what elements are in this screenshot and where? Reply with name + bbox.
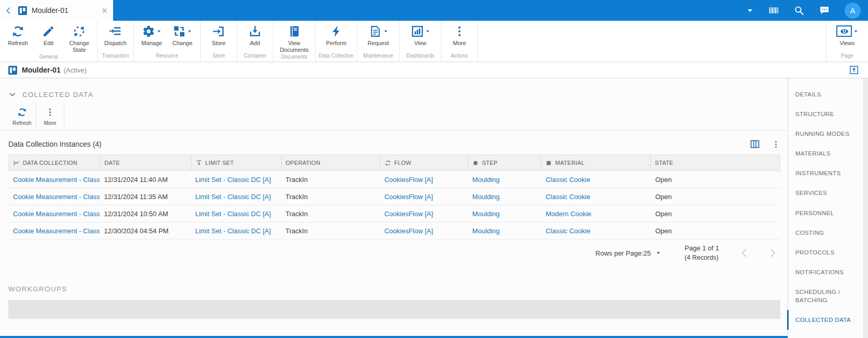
content-panel: COLLECTED DATA Refresh More Data Collect… (0, 78, 788, 338)
limit-set-link[interactable]: Limit Set - Classic DC [A] (190, 193, 281, 201)
sidebar-item-instruments[interactable]: INSTRUMENTS (787, 163, 863, 183)
flow-link[interactable]: CookiesFlow [A] (380, 193, 468, 201)
chat-icon[interactable] (819, 5, 830, 16)
refresh-button[interactable]: Refresh (8, 103, 36, 130)
pagination: Rows per Page:25 Page 1 of 1 (4 Records) (0, 240, 780, 266)
material-link[interactable]: Modern Cookie (541, 210, 651, 218)
ribbon-group-label: General (3, 53, 94, 63)
refresh-button[interactable]: Refresh (3, 24, 33, 47)
limit-set-link[interactable]: Limit Set - Classic DC [A] (190, 176, 281, 184)
view-dashboards-button[interactable]: View (402, 24, 438, 47)
add-button[interactable]: Add (240, 24, 270, 47)
collected-data-toolbar: Refresh More (0, 103, 788, 131)
data-collection-link[interactable]: Cookie Measurement - Classi (8, 193, 100, 201)
rows-per-page-select[interactable]: Rows per Page:25 (596, 249, 661, 257)
square-icon (545, 160, 552, 166)
main-area: COLLECTED DATA Refresh More Data Collect… (0, 78, 868, 338)
barcode-scanner-icon[interactable] (768, 5, 779, 16)
sidebar-item-notifications[interactable]: NOTIFICATIONS (787, 262, 863, 282)
column-header-step[interactable]: STEP (467, 155, 541, 171)
tab-moulder-01[interactable]: Moulder-01 (0, 0, 113, 21)
state-cell: Open (651, 227, 780, 235)
ribbon-group-actions: More Actions (442, 21, 478, 62)
section-title: COLLECTED DATA (22, 91, 93, 98)
ribbon-group-dashboards: View Dashboards (399, 21, 442, 62)
sidebar-item-services[interactable]: SERVICES (787, 183, 863, 203)
table-kebab-menu-icon[interactable] (771, 140, 780, 149)
avatar[interactable]: A (845, 3, 861, 19)
limit-set-link[interactable]: Limit Set - Classic DC [A] (190, 227, 281, 235)
flow-link[interactable]: CookiesFlow [A] (380, 227, 468, 235)
sidebar-item-running-modes[interactable]: RUNNING MODES (787, 124, 863, 144)
vertical-scrollbar[interactable] (863, 78, 868, 338)
sidebar-item-personnel[interactable]: PERSONNEL (787, 203, 863, 223)
flow-icon (384, 160, 391, 166)
titlebar-dropdown-caret-icon[interactable] (747, 7, 753, 14)
store-button[interactable]: Store (203, 24, 234, 47)
edit-button[interactable]: Edit (33, 24, 64, 47)
data-collection-link[interactable]: Cookie Measurement - Classi (8, 210, 100, 218)
column-header-operation[interactable]: OPERATION (281, 155, 380, 171)
document-icon (369, 25, 382, 38)
eye-icon-box (836, 25, 852, 37)
material-link[interactable]: Classic Cookie (541, 227, 651, 235)
flow-link[interactable]: CookiesFlow [A] (380, 210, 468, 218)
views-button[interactable]: Views (829, 24, 865, 47)
back-chevron-icon[interactable] (4, 6, 13, 15)
table-row: Cookie Measurement - Classi 12/31/2024 1… (8, 205, 780, 222)
bottom-accent-bar (0, 336, 788, 338)
material-link[interactable]: Classic Cookie (541, 176, 651, 184)
request-button[interactable]: Request (360, 24, 396, 47)
store-icon (212, 25, 225, 38)
step-link[interactable]: Moulding (467, 210, 541, 218)
ribbon-group-label: Data Collection (318, 52, 354, 62)
change-state-button[interactable]: Change State (64, 24, 94, 53)
step-link[interactable]: Moulding (467, 193, 541, 201)
column-header-data-collection[interactable]: DATA COLLECTION (9, 155, 100, 171)
material-link[interactable]: Classic Cookie (541, 193, 651, 201)
table-row: Cookie Measurement - Classi 12/30/2024 0… (8, 222, 780, 240)
more-button[interactable]: More (36, 103, 64, 130)
column-header-limit-set[interactable]: LIMIT SET (191, 155, 281, 171)
table-header-row: DATA COLLECTION DATE LIMIT SET OPERATION (8, 154, 780, 171)
change-button[interactable]: Change (167, 24, 198, 47)
tab-title: Moulder-01 (32, 6, 101, 15)
column-header-flow[interactable]: FLOW (380, 155, 467, 171)
sidebar-item-collected-data[interactable]: COLLECTED DATA (787, 310, 863, 330)
manage-button[interactable]: Manage (136, 24, 167, 47)
expand-panel-icon[interactable] (849, 65, 859, 75)
sidebar-item-details[interactable]: DETAILS (787, 84, 863, 104)
data-collection-link[interactable]: Cookie Measurement - Classi (8, 227, 100, 235)
sidebar-item-structure[interactable]: STRUCTURE (787, 104, 863, 124)
dispatch-button[interactable]: Dispatch (100, 24, 131, 47)
data-collection-link[interactable]: Cookie Measurement - Classi (8, 176, 100, 184)
next-page-icon[interactable] (767, 247, 778, 259)
search-icon[interactable] (794, 5, 804, 16)
previous-page-icon[interactable] (739, 247, 750, 259)
operation-cell: TrackIn (281, 176, 379, 184)
column-header-state[interactable]: STATE (650, 155, 780, 171)
tab-close-icon[interactable] (101, 7, 108, 14)
resource-entity-icon (8, 66, 17, 75)
refresh-icon (11, 25, 24, 38)
sidebar-item-materials[interactable]: MATERIALS (787, 144, 863, 163)
step-link[interactable]: Moulding (467, 227, 541, 235)
perform-button[interactable]: Perform (318, 24, 354, 47)
ribbon-group-store: Store Store (201, 21, 237, 62)
limit-set-link[interactable]: Limit Set - Classic DC [A] (190, 210, 281, 218)
operation-cell: TrackIn (281, 210, 379, 218)
manage-columns-icon[interactable] (750, 139, 760, 149)
flow-link[interactable]: CookiesFlow [A] (380, 176, 468, 184)
dispatch-icon (109, 25, 122, 38)
sidebar-item-protocols[interactable]: PROTOCOLS (787, 243, 863, 262)
sidebar-item-costing[interactable]: COSTING (787, 223, 863, 243)
view-documents-button[interactable]: View Documents (276, 24, 312, 53)
chevron-down-icon[interactable] (8, 90, 17, 98)
sidebar-item-scheduling-batching[interactable]: SCHEDULING / BATCHING (787, 282, 863, 310)
more-button[interactable]: More (444, 24, 475, 47)
limit-icon (196, 160, 202, 166)
column-header-date[interactable]: DATE (100, 155, 190, 171)
step-link[interactable]: Moulding (467, 176, 541, 184)
column-header-material[interactable]: MATERIAL (541, 155, 650, 171)
collected-data-section-header[interactable]: COLLECTED DATA (0, 78, 788, 102)
